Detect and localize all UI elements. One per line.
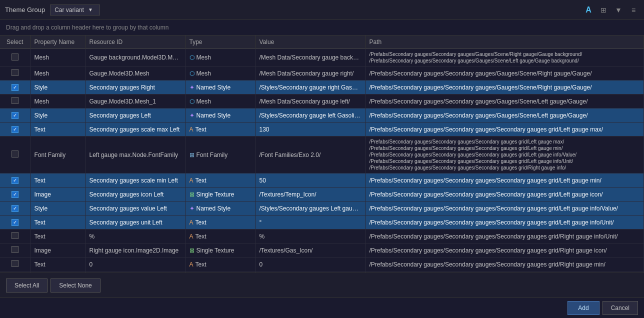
row-value: 0 — [255, 258, 365, 272]
table-row[interactable]: ✓ Image Secondary gauges icon Left ⊠ Sin… — [0, 188, 644, 202]
select-none-button[interactable]: Select None — [50, 278, 100, 292]
row-checkbox[interactable] — [0, 136, 30, 174]
row-property: Text — [30, 122, 85, 136]
row-checkbox[interactable] — [0, 94, 30, 108]
row-value: /Font Families/Exo 2.0/ — [255, 136, 365, 174]
row-checkbox[interactable] — [0, 66, 30, 80]
row-type: ⊞ Font Family — [185, 136, 255, 174]
text-icon[interactable]: A — [583, 4, 594, 16]
col-header-path: Path — [365, 36, 644, 49]
row-property: Image — [30, 188, 85, 202]
row-checkbox[interactable]: ✓ — [0, 188, 30, 202]
row-value: /Mesh Data/Secondary gauge background/ — [255, 49, 365, 66]
table-row[interactable]: ✓ Style Secondary gauges Left ✦ Named St… — [0, 108, 644, 122]
table-row[interactable]: Mesh Gauge background.Model3D.Mesh ⬡ Mes… — [0, 49, 644, 66]
table-header-row: Select Property Name Resource ID Type Va… — [0, 36, 644, 49]
row-resource: Secondary gauges value Left — [85, 202, 185, 216]
row-property: Text — [30, 174, 85, 188]
table-container: Select Property Name Resource ID Type Va… — [0, 36, 644, 272]
row-property: Text — [30, 216, 85, 230]
type-icon-glyph: A — [190, 233, 194, 240]
row-type: ✦ Named Style — [185, 108, 255, 122]
type-icon-glyph: ⬡ — [190, 54, 194, 61]
table-row[interactable]: Image Right gauge icon.Image2D.Image ⊠ S… — [0, 244, 644, 258]
type-label: Single Texture — [196, 191, 234, 198]
action-bar: Add Cancel — [0, 298, 644, 318]
data-table: Select Property Name Resource ID Type Va… — [0, 36, 644, 272]
row-property: Style — [30, 202, 85, 216]
row-checkbox[interactable]: ✓ — [0, 216, 30, 230]
row-value: /Styles/Secondary gauge left Gasoline/ — [255, 108, 365, 122]
table-row[interactable]: Text 0 A Text 0 /Prefabs/Secondary gauge… — [0, 258, 644, 272]
row-value: /Mesh Data/Secondary gauge left/ — [255, 94, 365, 108]
row-resource: Secondary gauges icon Left — [85, 188, 185, 202]
row-property: Mesh — [30, 66, 85, 80]
row-property: Text — [30, 258, 85, 272]
row-value: /Styles/Secondary gauge right Gasoline/ — [255, 80, 365, 94]
row-value: ° — [255, 216, 365, 230]
theme-dropdown[interactable]: Car variant ▼ — [50, 4, 100, 16]
type-icon-glyph: A — [190, 219, 194, 226]
type-label: Named Style — [196, 112, 231, 119]
row-path: /Prefabs/Secondary gauges/Secondary gaug… — [365, 122, 644, 136]
row-type: ⊠ Single Texture — [185, 188, 255, 202]
type-icon-glyph: ⊠ — [190, 191, 194, 198]
col-header-select: Select — [0, 36, 30, 49]
row-checkbox[interactable] — [0, 244, 30, 258]
row-checkbox[interactable]: ✓ — [0, 108, 30, 122]
row-path: /Prefabs/Secondary gauges/Secondary gaug… — [365, 216, 644, 230]
row-path: /Prefabs/Secondary gauges/Secondary gaug… — [365, 188, 644, 202]
row-resource: Secondary gauges unit Left — [85, 216, 185, 230]
row-checkbox[interactable]: ✓ — [0, 122, 30, 136]
col-header-value: Value — [255, 36, 365, 49]
row-type: A Text — [185, 122, 255, 136]
row-checkbox[interactable]: ✓ — [0, 174, 30, 188]
row-value: /Textures/Temp_Icon/ — [255, 188, 365, 202]
row-checkbox[interactable]: ✓ — [0, 80, 30, 94]
col-header-type: Type — [185, 36, 255, 49]
row-checkbox[interactable]: ✓ — [0, 202, 30, 216]
add-button[interactable]: Add — [568, 301, 599, 315]
type-icon-glyph: ⊞ — [190, 152, 194, 158]
menu-icon[interactable]: ≡ — [628, 4, 639, 16]
row-resource: Secondary gauges scale min Left — [85, 174, 185, 188]
bottom-bar: Select All Select None — [0, 272, 644, 298]
type-icon-glyph: ⬡ — [190, 70, 194, 77]
type-icon-glyph: ✦ — [190, 84, 194, 91]
table-row[interactable]: ✓ Text Secondary gauges unit Left A Text… — [0, 216, 644, 230]
header-bar: Theme Group Car variant ▼ A ⊞ ▼ ≡ — [0, 0, 644, 20]
type-icon-glyph: A — [190, 177, 194, 184]
type-label: Text — [196, 219, 206, 226]
table-row[interactable]: ✓ Style Secondary gauges value Left ✦ Na… — [0, 202, 644, 216]
row-value: /Mesh Data/Secondary gauge right/ — [255, 66, 365, 80]
row-path: /Prefabs/Secondary gauges/Secondary gaug… — [365, 80, 644, 94]
type-icon-glyph: ✦ — [190, 205, 194, 212]
row-resource: Secondary gauges scale max Left — [85, 122, 185, 136]
type-label: Text — [196, 177, 206, 184]
row-resource: Right gauge icon.Image2D.Image — [85, 244, 185, 258]
table-row[interactable]: Text % A Text % /Prefabs/Secondary gauge… — [0, 230, 644, 244]
row-resource: Gauge.Model3D.Mesh — [85, 66, 185, 80]
row-checkbox[interactable] — [0, 230, 30, 244]
row-value: /Textures/Gas_Icon/ — [255, 244, 365, 258]
row-checkbox[interactable] — [0, 258, 30, 272]
row-path: /Prefabs/Secondary gauges/Secondary gaug… — [365, 136, 644, 174]
row-checkbox[interactable] — [0, 49, 30, 66]
col-header-resource: Resource ID — [85, 36, 185, 49]
row-value: % — [255, 230, 365, 244]
grid-icon[interactable]: ⊞ — [598, 4, 609, 16]
type-label: Mesh — [196, 70, 211, 77]
cancel-button[interactable]: Cancel — [602, 301, 638, 315]
table-row[interactable]: ✓ Text Secondary gauges scale max Left A… — [0, 122, 644, 136]
row-path: /Prefabs/Secondary gauges/Secondary gaug… — [365, 202, 644, 216]
table-row[interactable]: Mesh Gauge.Model3D.Mesh_1 ⬡ Mesh /Mesh D… — [0, 94, 644, 108]
table-row[interactable]: Mesh Gauge.Model3D.Mesh ⬡ Mesh /Mesh Dat… — [0, 66, 644, 80]
row-resource: Secondary gauges Right — [85, 80, 185, 94]
table-row[interactable]: ✓ Text Secondary gauges scale min Left A… — [0, 174, 644, 188]
select-all-button[interactable]: Select All — [6, 278, 48, 292]
filter-icon[interactable]: ▼ — [613, 4, 624, 16]
table-row[interactable]: ✓ Style Secondary gauges Right ✦ Named S… — [0, 80, 644, 94]
type-label: Text — [196, 261, 206, 268]
table-row[interactable]: Font Family Left gauge max.Node.FontFami… — [0, 136, 644, 174]
type-label: Text — [196, 126, 206, 133]
